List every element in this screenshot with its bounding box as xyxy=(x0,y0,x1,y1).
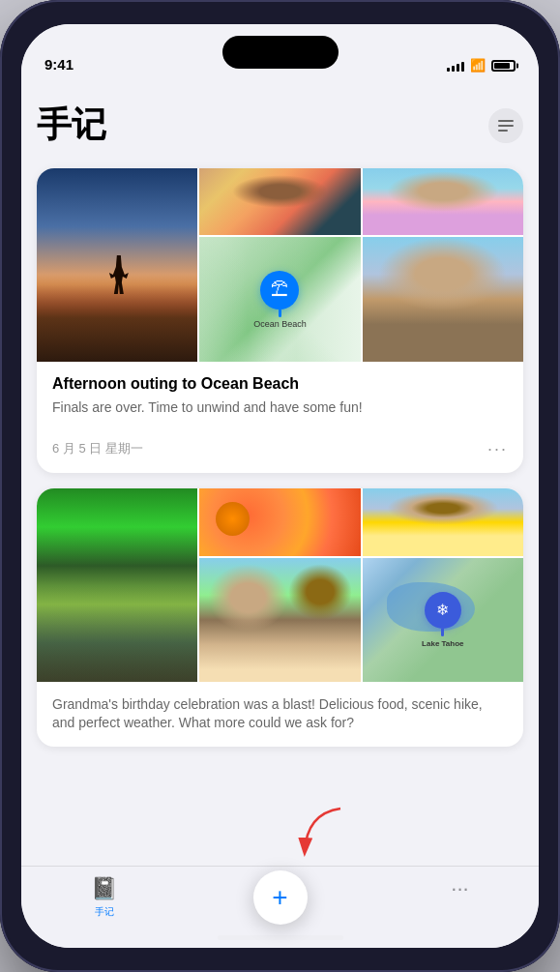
signal-bar-1 xyxy=(447,68,450,72)
lake-pin-tail xyxy=(441,629,444,636)
page-title: 手记 xyxy=(37,102,106,149)
photo-yellow-dress xyxy=(363,488,523,556)
menu-button[interactable] xyxy=(488,108,523,143)
card-1-footer: 6 月 5 日 星期一 ··· xyxy=(37,431,523,473)
signal-bars-icon xyxy=(447,60,464,72)
more-tab-icon: ··· xyxy=(451,876,468,901)
card-2-content: Grandma's birthday celebration was a bla… xyxy=(37,682,523,747)
ocean-beach-map-img: ⛱ Ocean Beach xyxy=(199,237,360,362)
photo-scarf-woman xyxy=(363,237,523,362)
scarf-woman-img xyxy=(363,237,523,362)
photo-smiling-person xyxy=(363,168,523,235)
lake-pin-circle: ❄ xyxy=(425,592,461,629)
app-header: 手记 xyxy=(37,92,523,168)
phone-screen: 9:41 📶 手记 xyxy=(21,24,539,948)
umbrella-icon: ⛱ xyxy=(271,280,288,300)
card-1-content: Afternoon outing to Ocean Beach Finals a… xyxy=(37,362,523,431)
more-options-button-1[interactable]: ··· xyxy=(487,439,508,459)
person-silhouette xyxy=(109,255,129,294)
group-photo-img xyxy=(37,488,197,682)
journal-tab-icon: 📓 xyxy=(91,876,117,901)
menu-line-1 xyxy=(498,120,514,122)
signal-bar-3 xyxy=(457,64,459,72)
photo-grid-1: ⛱ Ocean Beach xyxy=(37,168,523,362)
tab-journal[interactable]: 📓 手记 xyxy=(91,876,117,919)
screen-content[interactable]: 手记 xyxy=(21,82,539,948)
wifi-icon: 📶 xyxy=(470,58,486,73)
photo-curly-girl xyxy=(199,168,360,235)
card-2-description: Grandma's birthday celebration was a bla… xyxy=(52,695,508,733)
menu-lines-icon xyxy=(498,120,514,132)
status-icons: 📶 xyxy=(447,58,516,73)
card-1-date: 6 月 5 日 星期一 xyxy=(52,440,143,457)
signal-bar-2 xyxy=(452,66,455,72)
lake-tahoe-label: Lake Tahoe xyxy=(422,639,463,648)
map-pin-tail xyxy=(279,309,281,317)
signal-bar-4 xyxy=(461,62,464,72)
curly-girl-img xyxy=(199,168,360,235)
tab-journal-label: 手记 xyxy=(95,905,114,919)
map-pin-circle: ⛱ xyxy=(260,271,299,309)
lake-pin: ❄ Lake Tahoe xyxy=(422,592,463,648)
photo-grid-2: ❄ Lake Tahoe xyxy=(37,488,523,682)
battery-fill xyxy=(494,63,510,69)
battery-icon xyxy=(491,60,516,72)
ocean-beach-label: Ocean Beach xyxy=(253,319,307,329)
dynamic-island xyxy=(222,36,339,69)
menu-line-3 xyxy=(498,130,508,132)
tab-more[interactable]: ··· xyxy=(451,876,468,901)
sunset-photo-img xyxy=(37,168,197,362)
smiling-person-img xyxy=(363,168,523,235)
photo-sunset xyxy=(37,168,197,362)
journal-card-1[interactable]: ⛱ Ocean Beach Afternoon outing to Oc xyxy=(37,168,523,473)
menu-line-2 xyxy=(498,125,514,127)
snowflake-icon: ❄ xyxy=(436,601,449,619)
add-button[interactable]: + xyxy=(253,870,308,925)
fab-container: + xyxy=(253,870,308,925)
photo-couple xyxy=(199,558,360,682)
couple-photo-img xyxy=(199,558,360,682)
peaches-photo-img xyxy=(199,488,360,556)
journal-card-2[interactable]: ❄ Lake Tahoe Grandma's birthday celebrat… xyxy=(37,488,523,747)
photo-group xyxy=(37,488,197,682)
phone-frame: 9:41 📶 手记 xyxy=(0,0,560,972)
card-1-title: Afternoon outing to Ocean Beach xyxy=(52,375,508,393)
lake-tahoe-map-img: ❄ Lake Tahoe xyxy=(363,558,523,682)
status-time: 9:41 xyxy=(44,56,74,73)
card-1-description: Finals are over. Time to unwind and have… xyxy=(52,398,508,418)
yellow-dress-photo-img xyxy=(363,488,523,556)
photo-ocean-beach-map: ⛱ Ocean Beach xyxy=(199,237,360,362)
photo-lake-tahoe-map: ❄ Lake Tahoe xyxy=(363,558,523,682)
photo-peaches xyxy=(199,488,360,556)
map-pin: ⛱ Ocean Beach xyxy=(253,271,307,329)
